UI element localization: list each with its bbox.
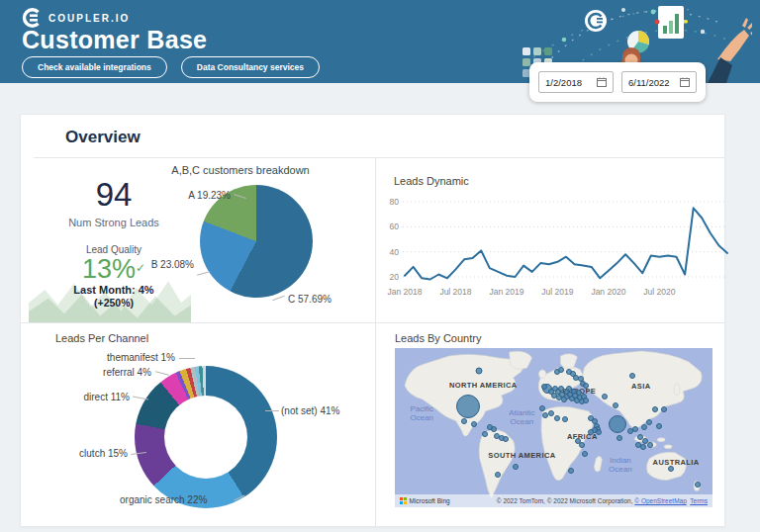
pie-label-c: C 57.69% xyxy=(288,294,367,307)
lead-bubble[interactable] xyxy=(503,436,509,442)
lead-bubble[interactable] xyxy=(476,368,483,375)
lead-bubble[interactable] xyxy=(588,429,594,435)
start-date-input[interactable] xyxy=(545,77,597,88)
lead-bubble[interactable] xyxy=(668,466,674,472)
lead-bubble[interactable] xyxy=(609,415,626,433)
lead-bubble[interactable] xyxy=(646,419,652,425)
continent-label: SOUTH AMERICA xyxy=(488,450,555,459)
start-date-field[interactable] xyxy=(538,71,614,93)
lead-bubble[interactable] xyxy=(554,415,560,421)
lead-bubble[interactable] xyxy=(579,442,585,448)
openstreetmap-link[interactable]: © OpenStreetMap xyxy=(634,497,686,504)
lead-bubble[interactable] xyxy=(652,406,658,412)
ocean-label: Atlantic Ocean xyxy=(509,408,534,426)
lead-bubble[interactable] xyxy=(568,468,574,474)
lead-bubble[interactable] xyxy=(629,373,635,379)
lead-bubble[interactable] xyxy=(656,423,662,429)
leads-map[interactable]: NORTH AMERICAEUROPEASIASOUTH AMERICAAFRI… xyxy=(395,348,712,507)
map-copyright: © 2022 TomTom, © 2022 Microsoft Corporat… xyxy=(497,497,708,504)
lead-bubble[interactable] xyxy=(541,384,547,390)
calendar-icon[interactable] xyxy=(680,77,690,87)
terms-link[interactable]: Terms xyxy=(690,497,708,504)
svg-text:40: 40 xyxy=(390,247,400,257)
lead-bubble[interactable] xyxy=(582,451,588,457)
lead-bubble[interactable] xyxy=(661,406,667,412)
svg-text:20: 20 xyxy=(390,272,400,282)
leads-by-country-title: Leads By Country xyxy=(395,332,481,344)
lead-bubble[interactable] xyxy=(632,426,638,432)
lead-bubble[interactable] xyxy=(583,383,589,389)
donut-label-direct: direct 11% xyxy=(60,392,130,404)
lead-bubble[interactable] xyxy=(471,421,477,427)
logo: COUPLER.IO xyxy=(22,8,130,28)
page-title: Customer Base xyxy=(22,26,207,54)
lead-bubble[interactable] xyxy=(596,429,602,435)
lead-quality-value: 13%✓ xyxy=(47,255,181,283)
lead-bubble[interactable] xyxy=(548,410,554,416)
strong-leads-kpi: 94 Num Strong Leads xyxy=(47,178,181,228)
lead-bubble[interactable] xyxy=(583,398,589,403)
microsoft-logo-icon xyxy=(400,497,407,504)
lead-bubble[interactable] xyxy=(613,402,618,408)
lead-bubble[interactable] xyxy=(695,482,701,488)
lead-bubble[interactable] xyxy=(562,416,568,422)
change-value: (+250%) xyxy=(47,297,181,309)
svg-text:Jul 2020: Jul 2020 xyxy=(643,287,675,297)
divider xyxy=(34,157,724,158)
last-month-value: Last Month: 4% xyxy=(47,284,181,296)
pie-label-a: A 19.23% xyxy=(140,190,231,203)
donut-label-notset: (not set) 41% xyxy=(281,405,370,418)
continent-label: AUSTRALIA xyxy=(653,458,700,467)
check-icon: ✓ xyxy=(136,261,145,275)
end-date-field[interactable] xyxy=(621,71,697,93)
ocean-label: Indian Ocean xyxy=(609,455,632,473)
lead-bubble[interactable] xyxy=(617,435,622,441)
coupler-logo-icon xyxy=(22,8,42,28)
lead-bubble[interactable] xyxy=(491,426,497,432)
donut-label-clutch: clutch 15% xyxy=(58,448,128,461)
check-integrations-button[interactable]: Check available integrations xyxy=(22,56,167,78)
lead-bubble[interactable] xyxy=(482,431,488,437)
map-attribution-bar: Microsoft Bing © 2022 TomTom, © 2022 Mic… xyxy=(395,494,712,507)
calendar-icon[interactable] xyxy=(597,77,607,87)
lead-bubble[interactable] xyxy=(513,464,519,470)
document-chart-icon xyxy=(655,6,685,39)
lead-bubble[interactable] xyxy=(461,418,467,424)
channel-donut-chart[interactable] xyxy=(135,366,277,508)
svg-text:Jan 2018: Jan 2018 xyxy=(388,287,423,297)
lead-bubble[interactable] xyxy=(647,442,653,448)
continent-label: ASIA xyxy=(631,381,651,390)
logo-text: COUPLER.IO xyxy=(48,13,130,24)
lead-bubble[interactable] xyxy=(495,472,501,478)
section-title: Overview xyxy=(65,128,141,147)
lead-quality-kpi: Lead Quality 13%✓ Last Month: 4% (+250%) xyxy=(47,244,181,309)
donut-hole xyxy=(164,396,247,479)
svg-text:Jan 2020: Jan 2020 xyxy=(591,287,625,297)
lead-bubble[interactable] xyxy=(641,424,647,430)
svg-text:Jul 2019: Jul 2019 xyxy=(541,287,573,297)
divider xyxy=(375,158,376,526)
end-date-input[interactable] xyxy=(628,77,680,88)
donut-label-themanifest: themanifest 1% xyxy=(96,352,175,365)
lead-bubble[interactable] xyxy=(456,395,480,418)
donut-label-referral: referral 4% xyxy=(82,367,151,380)
lead-bubble[interactable] xyxy=(602,394,608,399)
svg-text:60: 60 xyxy=(390,222,400,231)
lead-bubble[interactable] xyxy=(558,367,564,373)
svg-text:80: 80 xyxy=(390,197,400,207)
data-consultancy-button[interactable]: Data Consultancy services xyxy=(181,56,320,78)
svg-text:Jan 2019: Jan 2019 xyxy=(489,287,523,297)
continent-label: NORTH AMERICA xyxy=(449,381,518,390)
ocean-label: Pacific Ocean xyxy=(410,404,433,422)
overview-card: Overview 94 Num Strong Leads Lead Qualit… xyxy=(20,114,725,527)
kpi-label: Num Strong Leads xyxy=(47,217,181,228)
bing-logo: Microsoft Bing xyxy=(400,497,450,504)
lead-bubble[interactable] xyxy=(640,444,646,450)
leads-per-channel-title: Leads Per Channel xyxy=(55,332,148,344)
divider xyxy=(21,322,724,323)
svg-text:Jul 2018: Jul 2018 xyxy=(439,287,471,297)
leads-dynamic-chart[interactable]: 20406080Jan 2018Jul 2018Jan 2019Jul 2019… xyxy=(383,190,733,301)
leads-dynamic-title: Leads Dynamic xyxy=(394,175,469,187)
lead-bubble[interactable] xyxy=(627,428,633,434)
lead-bubble[interactable] xyxy=(539,405,545,411)
